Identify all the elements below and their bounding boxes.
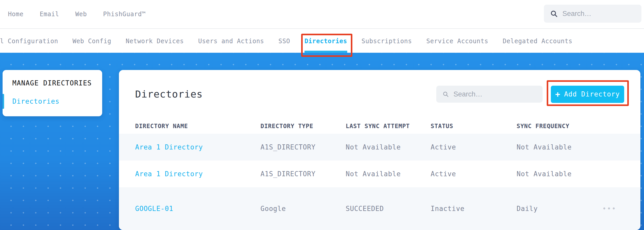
status-cell: Active — [431, 143, 517, 151]
topnav-item-email[interactable]: Email — [40, 11, 59, 18]
last-sync-cell: Not Available — [346, 170, 431, 178]
side-panel-title: MANAGE DIRECTORIES — [12, 79, 92, 87]
tab-service-accounts[interactable]: Service Accounts — [426, 29, 488, 53]
tab-delegated-accounts[interactable]: Delegated Accounts — [503, 29, 572, 53]
directory-name-link[interactable]: Area 1 Directory — [135, 170, 260, 178]
top-navigation: Home Email Web PhishGuard™ — [0, 0, 644, 29]
tab-web-config[interactable]: Web Config — [73, 29, 111, 53]
sync-frequency-cell: Not Available — [517, 170, 601, 178]
tab-sso[interactable]: SSO — [279, 29, 290, 53]
table-row: GOOGLE-01 Google SUCCEEDED Inactive Dail… — [119, 187, 640, 230]
plus-icon: + — [555, 90, 560, 98]
directory-name-link[interactable]: GOOGLE-01 — [135, 205, 260, 213]
manage-directories-panel: MANAGE DIRECTORIES Directories — [3, 70, 102, 116]
column-header-directory-name: DIRECTORY NAME — [135, 123, 260, 129]
directories-card-header: Directories + Add Directory — [119, 70, 640, 118]
directory-type-cell: Google — [260, 205, 346, 213]
topnav-item-phishguard[interactable]: PhishGuard™ — [103, 11, 146, 18]
column-header-directory-type: DIRECTORY TYPE — [260, 123, 346, 129]
tab-directories[interactable]: Directories — [304, 29, 347, 53]
sync-frequency-cell: Not Available — [517, 143, 601, 151]
topnav-item-home[interactable]: Home — [8, 11, 23, 18]
add-directory-button[interactable]: + Add Directory — [551, 86, 624, 103]
last-sync-cell: Not Available — [346, 143, 431, 151]
workspace-background: MANAGE DIRECTORIES Directories Directori… — [0, 53, 644, 230]
tab-email-configuration[interactable]: l Configuration — [0, 29, 58, 53]
sidebar-item-directories[interactable]: Directories — [3, 94, 102, 109]
more-menu-icon[interactable]: ••• — [602, 205, 616, 213]
row-actions-cell: ••• — [601, 205, 624, 213]
tab-network-devices[interactable]: Network Devices — [126, 29, 184, 53]
global-search-input[interactable] — [562, 10, 635, 18]
page-title: Directories — [135, 89, 436, 100]
topnav-item-web[interactable]: Web — [75, 11, 87, 18]
add-directory-label: Add Directory — [564, 90, 620, 98]
directories-search-input[interactable] — [454, 90, 536, 98]
table-header-row: DIRECTORY NAME DIRECTORY TYPE LAST SYNC … — [119, 118, 640, 134]
directories-card: Directories + Add Directory DIRECTORY NA… — [119, 70, 640, 230]
directories-search-box[interactable] — [436, 86, 543, 103]
directory-type-cell: A1S_DIRECTORY — [260, 143, 346, 151]
column-header-status: STATUS — [431, 123, 517, 129]
app-window: Home Email Web PhishGuard™ l Configurati… — [0, 0, 644, 230]
directory-name-link[interactable]: Area 1 Directory — [135, 143, 260, 151]
directory-type-cell: A1S_DIRECTORY — [260, 170, 346, 178]
tab-subscriptions[interactable]: Subscriptions — [362, 29, 412, 53]
table-row: Area 1 Directory A1S_DIRECTORY Not Avail… — [119, 134, 640, 161]
last-sync-cell: SUCCEEDED — [346, 205, 431, 213]
search-icon — [550, 10, 558, 17]
status-cell: Active — [431, 170, 517, 178]
settings-tab-bar: l Configuration Web Config Network Devic… — [0, 29, 644, 53]
status-cell: Inactive — [431, 205, 517, 213]
active-indicator-bar — [3, 94, 4, 109]
sidebar-item-label: Directories — [12, 98, 59, 105]
sync-frequency-cell: Daily — [517, 205, 601, 213]
table-row: Area 1 Directory A1S_DIRECTORY Not Avail… — [119, 161, 640, 187]
global-search-box[interactable] — [544, 5, 641, 23]
search-icon — [442, 91, 449, 98]
tab-users-and-actions[interactable]: Users and Actions — [198, 29, 264, 53]
column-header-sync-frequency: SYNC FREQUENCY — [517, 123, 601, 129]
column-header-last-sync-attempt: LAST SYNC ATTEMPT — [346, 123, 431, 129]
